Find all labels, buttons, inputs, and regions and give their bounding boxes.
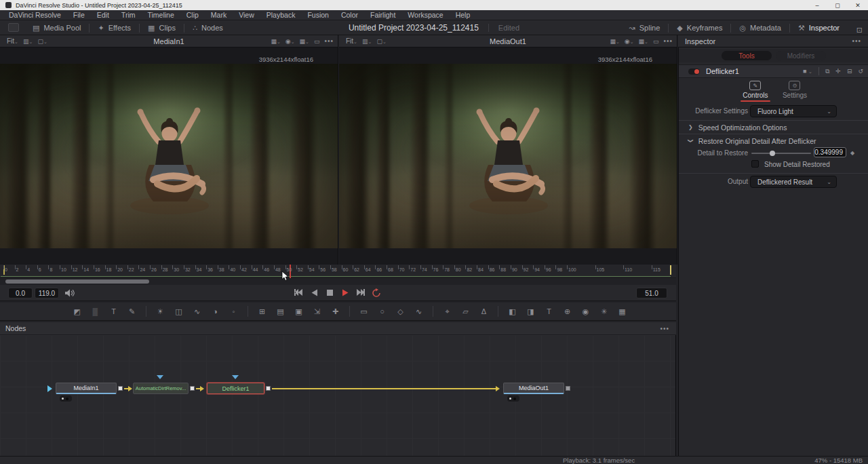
play-button[interactable] xyxy=(340,287,350,298)
close-button[interactable]: ✕ xyxy=(848,0,868,10)
tracker-tool-icon[interactable]: ⌖ xyxy=(441,305,454,317)
light-3d-icon[interactable]: ✳ xyxy=(598,305,610,317)
media-out-output-port[interactable] xyxy=(566,386,570,391)
shape-3d-icon[interactable]: ◨ xyxy=(525,305,537,317)
output-dropdown[interactable]: Deflickered Result ⌄ xyxy=(750,176,837,188)
nodes-panel-options-menu[interactable]: ••• xyxy=(660,325,669,332)
merge-tool-icon[interactable]: ⊞ xyxy=(256,305,269,317)
ui-layout-toggle-icon[interactable] xyxy=(8,23,19,32)
fastnoise-tool-icon[interactable]: ▒ xyxy=(90,305,102,317)
3d-view-icon[interactable]: ◉⌄ xyxy=(285,38,295,45)
node-color-swatch[interactable]: ■ ⌄ xyxy=(803,68,812,75)
media-in-thumbnail-badge[interactable] xyxy=(60,395,72,402)
menu-davinci-resolve[interactable]: DaVinci Resolve xyxy=(3,10,67,20)
detail-slider-track[interactable] xyxy=(751,153,811,154)
ellipse-mask-icon[interactable]: ○ xyxy=(376,305,389,317)
minimize-button[interactable]: – xyxy=(807,0,827,10)
media-pool-button[interactable]: ▤Media Pool xyxy=(24,20,89,35)
split-wipe-icon[interactable]: ▦⌄ xyxy=(610,38,619,45)
menu-file[interactable]: File xyxy=(67,10,91,20)
huecurves-tool-icon[interactable]: ∿ xyxy=(191,305,203,317)
keyframe-diamond-icon[interactable]: ◆ xyxy=(850,150,854,156)
menu-timeline[interactable]: Timeline xyxy=(141,10,180,20)
frame-icon[interactable]: ▭ xyxy=(314,38,320,45)
renderer-3d-icon[interactable]: ▦ xyxy=(616,305,629,317)
deflicker-settings-dropdown[interactable]: Fluoro Light ⌄ xyxy=(750,105,837,117)
merge-3d-icon[interactable]: ⊕ xyxy=(561,305,574,317)
versions-icon[interactable]: ⧉ xyxy=(825,68,829,75)
stop-button[interactable] xyxy=(325,287,334,298)
subtab-controls[interactable]: ✎ Controls xyxy=(741,79,770,102)
transform-tool-icon[interactable]: ✚ xyxy=(330,305,342,317)
right-viewer-options-menu[interactable]: ••• xyxy=(663,37,673,45)
paint-tool-icon[interactable]: ✎ xyxy=(126,305,138,317)
loop-playback-button[interactable] xyxy=(372,287,381,298)
range-start-field[interactable]: 0.0 xyxy=(8,288,33,298)
audio-mute-icon[interactable] xyxy=(64,289,75,297)
rectangle-mask-icon[interactable]: ▭ xyxy=(358,305,370,317)
detail-value-field[interactable]: 0.349999 xyxy=(814,147,846,157)
timeline-scrollbar[interactable] xyxy=(5,279,149,284)
frame-icon[interactable]: ▭ xyxy=(653,38,659,45)
subtab-settings[interactable]: ⚙ Settings xyxy=(783,79,807,102)
reset-icon[interactable]: ↺ xyxy=(858,68,863,75)
guides-icon[interactable]: ▦⌄ xyxy=(639,38,648,45)
menu-fairlight[interactable]: Fairlight xyxy=(364,10,401,20)
text-3d-icon[interactable]: T xyxy=(543,305,555,317)
blur-tool-icon[interactable]: ◦ xyxy=(228,305,240,317)
polygon-mask-icon[interactable]: ◇ xyxy=(395,305,407,317)
node-graph-canvas[interactable]: MediaIn1 AutomaticDirtRemov... Deflicker… xyxy=(0,335,676,456)
effects-button[interactable]: ✦Effects xyxy=(90,20,139,35)
menu-playback[interactable]: Playback xyxy=(260,10,302,20)
media-in-output-port[interactable] xyxy=(118,386,123,391)
menu-workspace[interactable]: Workspace xyxy=(401,10,449,20)
ab-buffer-icon[interactable]: ▥⌄ xyxy=(23,38,33,45)
background-tool-icon[interactable]: ◩ xyxy=(71,305,83,317)
3d-view-icon[interactable]: ◉⌄ xyxy=(625,38,634,45)
keyframes-button[interactable]: ◆Keyframes xyxy=(669,20,730,35)
brightness-contrast-tool-icon[interactable]: ◑ xyxy=(210,305,222,317)
restore-detail-section[interactable]: ❯ Restore Original Detail After Deflicke… xyxy=(679,134,868,147)
menu-color[interactable]: Color xyxy=(335,10,364,20)
right-viewer-zoom-dropdown[interactable]: Fit⌄ xyxy=(346,37,357,45)
speed-optimization-section[interactable]: ❯ Speed Optimization Options xyxy=(679,120,868,134)
matte-control-tool-icon[interactable]: ▣ xyxy=(293,305,305,317)
ab-buffer-icon[interactable]: ▥⌄ xyxy=(362,38,372,45)
node-media-out[interactable]: MediaOut1 xyxy=(503,383,564,394)
text-tool-icon[interactable]: T xyxy=(108,305,120,317)
resize-tool-icon[interactable]: ⇲ xyxy=(311,305,323,317)
show-detail-checkbox[interactable] xyxy=(751,160,759,168)
planar-tracker-tool-icon[interactable]: ▱ xyxy=(460,305,472,317)
menu-fusion[interactable]: Fusion xyxy=(301,10,335,20)
subview-icon[interactable]: ▢⌄ xyxy=(37,38,47,45)
spline-button[interactable]: ↝Spline xyxy=(621,20,669,35)
colorcurves-tool-icon[interactable]: ◫ xyxy=(173,305,185,317)
menu-trim[interactable]: Trim xyxy=(115,10,142,20)
right-viewer[interactable]: 3936x2144xfloat16 xyxy=(339,47,677,265)
menu-mark[interactable]: Mark xyxy=(205,10,233,20)
timeline-ruler[interactable]: 0246810121416182022242628303234363840424… xyxy=(0,265,676,278)
tab-tools[interactable]: Tools xyxy=(722,51,772,60)
inspector-options-menu[interactable]: ••• xyxy=(852,37,861,45)
dirt-removal-output-port[interactable] xyxy=(190,386,195,391)
node-dirt-removal[interactable]: AutomaticDirtRemov... xyxy=(133,383,189,394)
split-wipe-icon[interactable]: ▦⌄ xyxy=(271,38,280,45)
menu-edit[interactable]: Edit xyxy=(91,10,115,20)
subview-icon[interactable]: ▢⌄ xyxy=(376,38,386,45)
inspector-button[interactable]: ⚒Inspector xyxy=(790,20,848,35)
maximize-button[interactable]: ◻ xyxy=(827,0,848,10)
menu-help[interactable]: Help xyxy=(450,10,477,20)
left-viewer[interactable]: 3936x2144xfloat16 xyxy=(0,47,338,265)
camera-3d-icon[interactable]: ◉ xyxy=(580,305,592,317)
node-deflicker[interactable]: Deflicker1 xyxy=(207,383,264,394)
menu-view[interactable]: View xyxy=(233,10,260,20)
go-to-last-frame-button[interactable] xyxy=(356,287,366,298)
left-viewer-zoom-dropdown[interactable]: Fit⌄ xyxy=(7,37,18,45)
play-reverse-button[interactable] xyxy=(309,287,319,298)
nodes-button[interactable]: ∴Nodes xyxy=(184,20,231,35)
render-range-end-marker[interactable] xyxy=(670,265,671,275)
colorcorrector-tool-icon[interactable]: ☀ xyxy=(155,305,167,317)
clips-button[interactable]: ▦Clips xyxy=(140,20,184,35)
tab-modifiers[interactable]: Modifiers xyxy=(776,51,826,60)
media-out-thumbnail-badge[interactable] xyxy=(507,395,519,402)
